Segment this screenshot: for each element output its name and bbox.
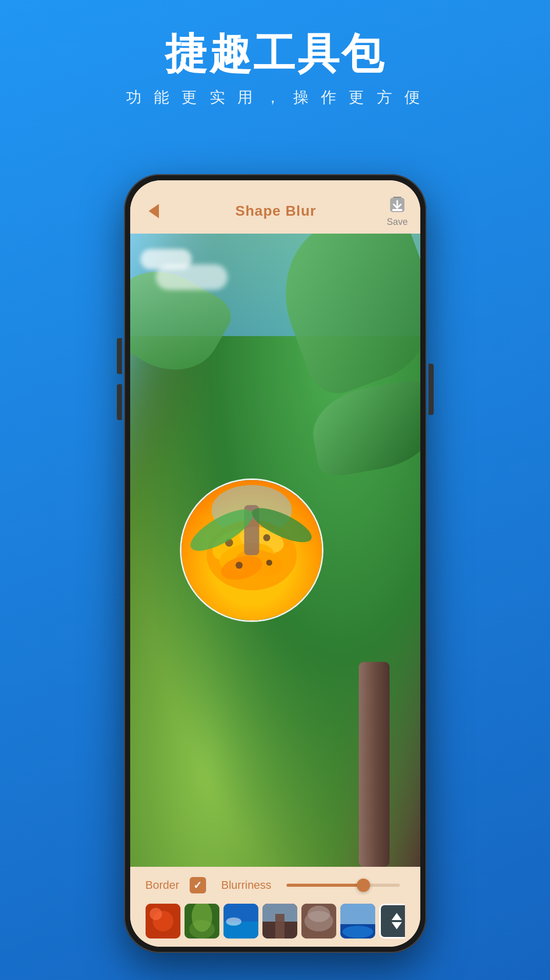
svg-rect-1 [393, 197, 401, 198]
thumbnail-5-img [301, 904, 336, 939]
svg-point-19 [150, 908, 162, 920]
svg-point-12 [267, 560, 273, 566]
app-title: 捷趣工具包 [0, 31, 550, 77]
swap-down-arrow-icon [392, 922, 402, 929]
back-button[interactable] [142, 200, 165, 222]
border-label: Border [146, 879, 179, 892]
swap-icon [392, 913, 402, 929]
blurriness-label: Blurriness [221, 879, 272, 892]
thumbnail-6[interactable] [340, 904, 375, 939]
circle-focus[interactable] [180, 478, 323, 622]
thumbnail-6-img [340, 904, 375, 939]
thumbnail-4[interactable] [262, 904, 297, 939]
app-subtitle: 功 能 更 实 用 ， 操 作 更 方 便 [0, 87, 550, 108]
volume-down-button [117, 384, 122, 420]
slider-thumb[interactable] [357, 879, 370, 892]
svg-point-31 [308, 906, 330, 922]
image-area[interactable] [130, 234, 420, 867]
save-icon [388, 196, 406, 214]
phone-outer: Shape Blur Save [124, 174, 426, 953]
checkmark-icon: ✓ [193, 879, 202, 891]
svg-rect-2 [392, 209, 402, 211]
thumbnail-strip [146, 904, 405, 939]
svg-rect-28 [275, 914, 284, 939]
svg-point-25 [226, 918, 241, 926]
control-row: Border ✓ Blurriness [146, 877, 405, 893]
svg-point-13 [236, 562, 243, 569]
save-icon-box [387, 195, 408, 215]
thumbnail-3-img [223, 904, 258, 939]
blurriness-slider[interactable] [287, 884, 399, 887]
thumbnail-4-img [262, 904, 297, 939]
cloud-2 [156, 264, 228, 290]
svg-rect-33 [340, 904, 375, 924]
app-bar: Shape Blur Save [130, 180, 420, 234]
back-chevron-icon [149, 204, 159, 218]
power-button [429, 364, 434, 415]
save-label: Save [386, 217, 408, 227]
swap-up-arrow-icon [392, 913, 402, 920]
phone-inner: Shape Blur Save [130, 180, 420, 947]
thumbnail-3[interactable] [223, 904, 258, 939]
bottom-controls: Border ✓ Blurriness [130, 867, 420, 947]
banana-cluster-svg [181, 480, 322, 620]
svg-point-11 [263, 534, 271, 541]
thumbnail-2[interactable] [185, 904, 219, 939]
header-section: 捷趣工具包 功 能 更 实 用 ， 操 作 更 方 便 [0, 31, 550, 108]
svg-point-34 [342, 926, 373, 938]
volume-up-button [117, 338, 122, 374]
app-bar-title: Shape Blur [235, 203, 316, 219]
thumbnail-selected[interactable] [379, 904, 405, 939]
border-checkbox[interactable]: ✓ [190, 877, 206, 893]
thumbnail-1-img [146, 904, 180, 939]
thumbnail-2-img [185, 904, 219, 939]
phone-mockup: Shape Blur Save [124, 174, 426, 953]
tree-trunk [359, 662, 390, 867]
thumbnail-1[interactable] [146, 904, 180, 939]
save-button[interactable]: Save [386, 195, 408, 227]
slider-fill [287, 884, 363, 887]
thumbnail-5[interactable] [301, 904, 336, 939]
